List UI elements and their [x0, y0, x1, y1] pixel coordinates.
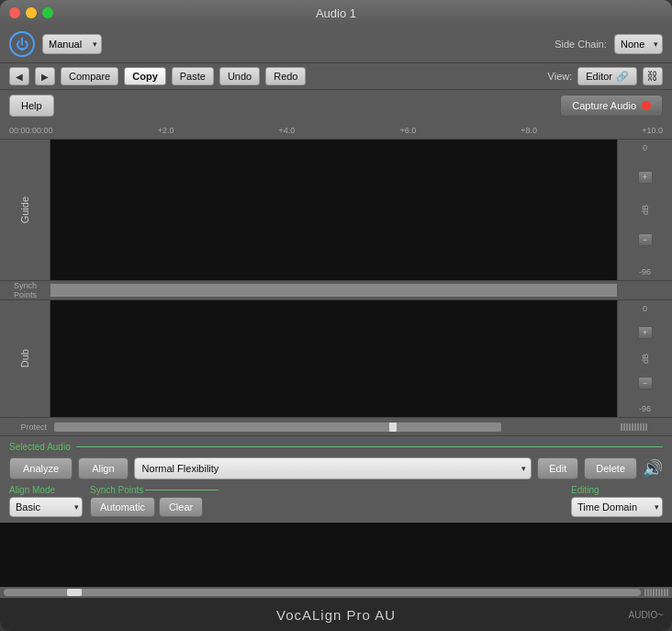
delete-button[interactable]: Delete	[584, 457, 637, 479]
footer: VocALign Pro AU AUDIO~	[0, 598, 672, 631]
guide-db-minus-button[interactable]: −	[638, 233, 653, 246]
bottom-waveform[interactable]	[0, 523, 672, 587]
align-mode-section: Align Mode Basic	[9, 485, 83, 517]
edit-button[interactable]: Edit	[537, 457, 578, 479]
synch-label: Synch Points	[0, 281, 50, 299]
editing-label: Editing	[571, 485, 599, 495]
paste-button[interactable]: Paste	[172, 67, 214, 85]
align-mode-wrapper: Basic	[9, 497, 83, 517]
dub-db-top: 0	[643, 304, 647, 313]
undo-button[interactable]: Undo	[219, 67, 260, 85]
guide-db-label: dB	[641, 205, 650, 215]
maximize-button[interactable]	[42, 7, 53, 18]
side-chain-dropdown[interactable]: None	[614, 34, 663, 54]
protect-side	[617, 423, 672, 431]
synch-btns: Automatic Clear	[90, 497, 203, 517]
capture-audio-button[interactable]: Capture Audio	[560, 95, 663, 117]
side-chain-dropdown-wrapper: None	[614, 34, 663, 54]
controls-section: Selected Audio Analyze Align Normal Flex…	[0, 435, 672, 523]
back-icon: ◀	[16, 72, 23, 82]
window-title: Audio 1	[316, 6, 356, 20]
scroll-track[interactable]	[4, 589, 641, 596]
traffic-lights	[9, 7, 53, 18]
synch-points-section: Synch Points Automatic Clear	[90, 485, 218, 517]
protect-slider-thumb[interactable]	[389, 423, 397, 432]
dub-track-label: Dub	[19, 349, 30, 367]
guide-db-top: 0	[643, 143, 647, 152]
ruler-mark-5: +10.0	[642, 126, 663, 135]
align-button[interactable]: Align	[78, 457, 128, 479]
guide-db-bottom: -96	[639, 267, 651, 276]
editor-link-icon: 🔗	[616, 71, 629, 83]
guide-track-area: Guide 0 + dB − -96	[0, 140, 672, 280]
dub-minus-icon: −	[643, 378, 647, 388]
align-mode-label: Align Mode	[9, 485, 55, 495]
flexibility-dropdown[interactable]: Normal Flexibility	[134, 457, 532, 479]
scroll-ticks	[644, 589, 668, 596]
editor-button[interactable]: Editor 🔗	[577, 67, 637, 85]
ruler-mark-0: 00:00:00:00	[9, 126, 53, 135]
align-mode-dropdown[interactable]: Basic	[9, 497, 83, 517]
dub-db-scale: 0 + dB − -96	[617, 300, 672, 417]
protect-ticks	[621, 423, 647, 431]
dub-track-area: Dub 0 + dB − -96	[0, 300, 672, 417]
footer-title: VocALign Pro AU	[276, 607, 396, 623]
side-chain-label: Side Chain:	[554, 39, 607, 50]
power-icon: ⏻	[16, 37, 28, 51]
synch-points-label: Synch Points	[90, 485, 143, 495]
selected-audio-row: Selected Audio	[9, 442, 663, 452]
analyze-button[interactable]: Analyze	[9, 457, 73, 479]
scroll-thumb[interactable]	[67, 589, 82, 596]
copy-button[interactable]: Copy	[124, 67, 166, 85]
dub-waveform[interactable]	[50, 300, 617, 417]
dub-plus-icon: +	[643, 328, 647, 337]
record-indicator	[642, 101, 651, 110]
protect-label: Protect	[0, 423, 50, 432]
editing-section: Editing Time Domain	[571, 485, 663, 517]
ruler-marks: 00:00:00:00 +2.0 +4.0 +6.0 +8.0 +10.0	[9, 126, 663, 135]
power-button[interactable]: ⏻	[9, 31, 35, 57]
ruler-mark-3: +6.0	[399, 126, 416, 135]
guide-db-plus-button[interactable]: +	[638, 171, 653, 184]
automatic-button[interactable]: Automatic	[90, 497, 155, 517]
link-icon: ⛓	[647, 70, 658, 83]
toolbar: ◀ ▶ Compare Copy Paste Undo Redo View: E…	[0, 63, 672, 90]
close-button[interactable]	[9, 7, 20, 18]
protect-bar-wrapper	[50, 423, 617, 432]
timeline-ruler: 00:00:00:00 +2.0 +4.0 +6.0 +8.0 +10.0	[0, 121, 672, 140]
speaker-icon[interactable]: 🔊	[643, 458, 663, 479]
compare-button[interactable]: Compare	[61, 67, 118, 85]
ruler-mark-1: +2.0	[158, 126, 174, 135]
forward-button[interactable]: ▶	[35, 67, 55, 85]
selected-audio-label: Selected Audio	[9, 442, 71, 452]
preset-dropdown-wrapper: Manual	[42, 34, 102, 54]
clear-button[interactable]: Clear	[159, 497, 203, 517]
help-button[interactable]: Help	[9, 95, 54, 117]
help-capture-row: Help Capture Audio	[0, 90, 672, 121]
minimize-button[interactable]	[26, 7, 37, 18]
guide-track-label: Guide	[19, 197, 30, 223]
dub-db-plus-button[interactable]: +	[638, 326, 653, 339]
back-button[interactable]: ◀	[9, 67, 29, 85]
guide-db-scale: 0 + dB − -96	[617, 140, 672, 280]
sub-controls-row: Align Mode Basic Synch Points Automatic …	[9, 485, 663, 517]
redo-button[interactable]: Redo	[265, 67, 306, 85]
preset-dropdown[interactable]: Manual	[42, 34, 102, 54]
main-buttons-row: Analyze Align Normal Flexibility Edit De…	[9, 457, 663, 479]
link-button[interactable]: ⛓	[643, 67, 663, 85]
bottom-scroll-bar	[0, 587, 672, 598]
synch-points-separator	[145, 490, 218, 490]
footer-logo: AUDIO~	[628, 610, 663, 620]
dub-db-bottom: -96	[639, 404, 651, 413]
guide-waveform[interactable]	[50, 140, 617, 280]
editing-dropdown[interactable]: Time Domain	[571, 497, 663, 517]
selected-audio-line	[76, 446, 663, 447]
dub-db-minus-button[interactable]: −	[638, 377, 653, 389]
flexibility-wrapper: Normal Flexibility	[134, 457, 532, 479]
protect-slider-track[interactable]	[54, 423, 501, 432]
top-controls-row: ⏻ Manual Side Chain: None	[0, 26, 672, 63]
editing-wrapper: Time Domain	[571, 497, 663, 517]
forward-icon: ▶	[41, 72, 49, 82]
dub-db-label: dB	[641, 354, 650, 364]
ruler-mark-4: +8.0	[521, 126, 537, 135]
